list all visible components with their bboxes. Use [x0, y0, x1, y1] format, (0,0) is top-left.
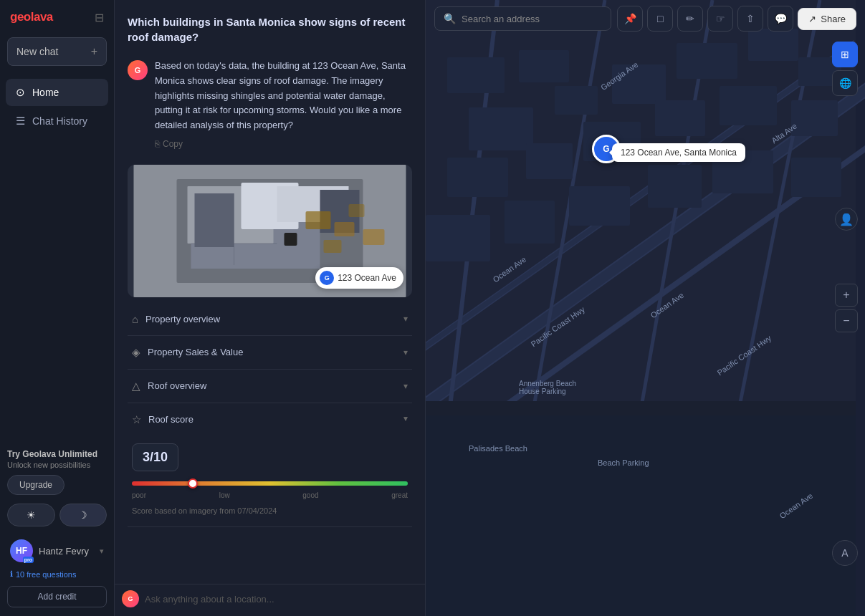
tag-icon: ◈ — [132, 346, 140, 359]
svg-rect-46 — [791, 158, 841, 197]
copy-icon: ⎘ — [155, 139, 160, 149]
accordion-property-overview: ⌂ Property overview ▾ — [128, 303, 412, 336]
dark-theme-button[interactable]: ☽ — [59, 504, 107, 526]
message-avatar: G — [128, 60, 148, 80]
light-theme-button[interactable]: ☀ — [7, 504, 55, 526]
svg-rect-13 — [285, 233, 297, 246]
upgrade-button[interactable]: Upgrade — [7, 475, 64, 495]
score-label-good: good — [302, 491, 318, 499]
compass-button[interactable]: A — [832, 540, 858, 566]
place-label-palisades: Palisades Beach — [469, 444, 527, 453]
accordion-section: ⌂ Property overview ▾ ◈ Property Sales &… — [128, 303, 412, 527]
zoom-out-button[interactable]: − — [835, 309, 858, 332]
message-content: Based on today's data, the building at 1… — [155, 59, 412, 152]
roof-score-content: 3/10 poor low good great Score based on … — [128, 436, 412, 526]
user-chevron-icon: ▾ — [100, 547, 104, 556]
upgrade-promo: Try Geolava Unlimited Unlock new possibi… — [7, 449, 107, 495]
zoom-in-button[interactable]: + — [835, 284, 858, 307]
sidebar-item-chat-history[interactable]: ☰ Chat History — [6, 107, 108, 135]
avatar: HF pro — [10, 539, 33, 562]
share-button[interactable]: ↗ Share — [798, 8, 856, 30]
app-logo: geolava — [10, 10, 53, 24]
pin-icon: G — [320, 271, 334, 285]
copy-button[interactable]: ⎘ Copy — [155, 136, 412, 152]
plus-icon: + — [91, 45, 97, 58]
house-icon: ⌂ — [132, 313, 138, 325]
accordion-roof-score-header[interactable]: ☆ Roof score ▴ — [128, 403, 412, 436]
chevron-down-icon-3: ▾ — [403, 381, 408, 391]
pin-address-label: 123 Ocean Ave — [338, 273, 396, 283]
share-tool-button[interactable]: ⇧ — [737, 6, 763, 32]
pin-tool-button[interactable]: 📌 — [617, 6, 643, 32]
accordion-roof-overview: △ Roof overview ▾ — [128, 370, 412, 403]
cursor-tool-button[interactable]: ☞ — [707, 6, 733, 32]
search-bar: 🔍 — [434, 6, 611, 31]
svg-rect-28 — [519, 50, 569, 82]
sidebar-toggle-button[interactable]: ⊟ — [95, 11, 104, 24]
upgrade-subtitle: Unlock new possibilities — [7, 461, 107, 469]
search-icon: 🔍 — [444, 13, 456, 24]
accordion-roof-score-label: Roof score — [148, 414, 396, 425]
free-questions-label: 10 free questions — [16, 570, 76, 579]
logo-area: geolava ⊟ — [0, 0, 114, 32]
pro-badge: pro — [23, 557, 34, 563]
chat-question: Which buildings in Santa Monica show sig… — [115, 0, 425, 52]
person-icon: 👤 — [839, 213, 854, 226]
svg-rect-36 — [526, 143, 573, 179]
add-credit-button[interactable]: Add credit — [7, 586, 107, 607]
map-toolbar: 📌 □ ✏ ☞ ⇧ 💬 ↗ Share — [617, 6, 856, 32]
street-view-button[interactable]: 👤 — [835, 208, 858, 231]
accordion-roof-score: ☆ Roof score ▴ 3/10 poor low go — [128, 403, 412, 527]
new-chat-label: New chat — [16, 46, 58, 57]
sidebar: geolava ⊟ New chat + ⊙ Home ☰ Chat Histo… — [0, 0, 115, 616]
share-icon: ↗ — [808, 14, 816, 24]
home-icon: ⊙ — [16, 86, 25, 99]
map-panel: 🔍 📌 □ ✏ ☞ ⇧ 💬 ↗ Share ⊞ 🌐 G — [426, 0, 865, 616]
svg-rect-8 — [306, 211, 331, 229]
score-bar-thumb — [188, 478, 198, 489]
svg-rect-40 — [791, 100, 838, 136]
svg-rect-12 — [324, 240, 342, 253]
upgrade-title: Try Geolava Unlimited — [7, 449, 107, 459]
place-label-annenberg: Annenberg BeachHouse Parking — [519, 380, 576, 395]
accordion-roof-overview-header[interactable]: △ Roof overview ▾ — [128, 370, 412, 403]
free-questions-indicator: ℹ 10 free questions — [7, 567, 107, 582]
svg-rect-6 — [195, 193, 234, 247]
avatar-initials: HF — [16, 546, 27, 556]
accordion-property-sales-header[interactable]: ◈ Property Sales & Value ▾ — [128, 336, 412, 369]
rectangle-tool-button[interactable]: □ — [647, 6, 673, 32]
score-labels: poor low good great — [132, 491, 408, 499]
comment-tool-button[interactable]: 💬 — [768, 6, 793, 32]
score-label-great: great — [391, 491, 408, 499]
sidebar-item-home-label: Home — [32, 87, 59, 98]
svg-rect-41 — [426, 215, 490, 261]
star-icon: ☆ — [132, 413, 141, 426]
chevron-up-icon: ▴ — [403, 415, 408, 425]
map-layer-controls: ⊞ 🌐 — [832, 42, 858, 96]
svg-rect-11 — [363, 229, 385, 245]
theme-switcher: ☀ ☽ — [7, 504, 107, 526]
svg-rect-27 — [447, 57, 505, 93]
layer-grid-button[interactable]: ⊞ — [832, 42, 858, 67]
new-chat-button[interactable]: New chat + — [7, 37, 107, 66]
message-item: G Based on today's data, the building at… — [120, 52, 419, 159]
svg-rect-32 — [677, 43, 737, 79]
map-tooltip: 123 Ocean Ave, Santa Monica — [612, 143, 745, 162]
moon-icon: ☽ — [78, 509, 87, 521]
accordion-property-overview-header[interactable]: ⌂ Property overview ▾ — [128, 303, 412, 335]
svg-rect-42 — [505, 201, 555, 244]
draw-tool-button[interactable]: ✏ — [677, 6, 703, 32]
roof-icon: △ — [132, 380, 140, 393]
sidebar-item-home[interactable]: ⊙ Home — [6, 79, 108, 106]
map-search-input[interactable] — [462, 14, 602, 24]
compass-icon: A — [841, 547, 848, 559]
user-profile[interactable]: HF pro Hantz Fevry ▾ — [7, 535, 107, 567]
chat-panel: Which buildings in Santa Monica show sig… — [115, 0, 426, 616]
accordion-property-sales-label: Property Sales & Value — [148, 347, 396, 357]
property-image: G 123 Ocean Ave — [128, 165, 412, 297]
layer-globe-button[interactable]: 🌐 — [832, 70, 858, 96]
svg-rect-43 — [569, 186, 630, 226]
place-label-beach-parking: Beach Parking — [598, 458, 649, 467]
user-name: Hantz Fevry — [39, 546, 89, 557]
chat-input[interactable] — [145, 594, 418, 605]
